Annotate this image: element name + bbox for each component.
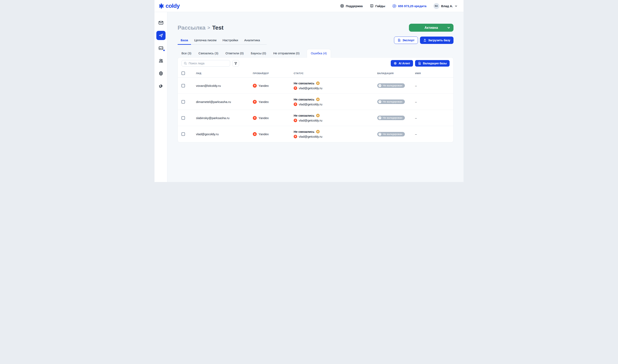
leads-toolbar: AI Агент Валидация базы	[178, 58, 453, 69]
status-provider-letter: Я	[295, 103, 296, 105]
name-value: –	[415, 100, 450, 104]
error-x-icon	[316, 130, 320, 133]
campaign-status-button[interactable]: Активна	[409, 24, 453, 32]
export-label: Экспорт	[402, 39, 414, 42]
search-input[interactable]	[189, 62, 228, 65]
credits-balance[interactable]: 655 973,25 кредита	[392, 4, 426, 8]
sidebar-item-mail[interactable]	[156, 18, 166, 27]
validation-label: Не валидирован	[383, 117, 402, 119]
validation-badge: ? Не валидирован	[377, 100, 405, 104]
top-header: coldy Поддержка	[155, 0, 463, 12]
envelope-icon	[158, 20, 164, 26]
lead-email: dimametel@parksasha.ru	[196, 100, 253, 104]
column-header-name: ИМЯ	[415, 72, 450, 75]
table-body: vovan@lolcoldy.ru Я Yandex Не связались …	[178, 78, 453, 142]
tab-settings[interactable]: Настройки	[220, 37, 241, 44]
campaign-tabs: База Цепочка писем Настройки Аналитика	[178, 37, 267, 45]
notification-dot	[163, 49, 165, 52]
people-icon	[158, 58, 164, 64]
document-search-icon	[418, 62, 421, 65]
validate-base-label: Валидация базы	[423, 62, 447, 65]
guides-menu-item[interactable]: Гайды	[370, 4, 385, 8]
question-icon: ?	[379, 84, 381, 87]
breadcrumb: Рассылка > Test	[178, 25, 224, 31]
paper-plane-icon	[158, 33, 163, 38]
user-menu[interactable]: ВА Влад А.	[434, 3, 457, 9]
page-title: Test	[212, 25, 224, 31]
support-menu-item[interactable]: Поддержка	[340, 4, 363, 8]
status-label: Не связались	[294, 98, 314, 101]
sidebar-item-contacts[interactable]	[156, 56, 166, 65]
provider-letter: Я	[254, 101, 256, 103]
error-x-icon	[316, 114, 320, 117]
column-header-lead: ЛИД	[196, 72, 253, 75]
validation-label: Не валидирован	[383, 133, 402, 136]
validate-base-button[interactable]: Валидация базы	[415, 60, 450, 66]
sidebar-item-settings[interactable]	[156, 69, 166, 78]
filter-button[interactable]	[232, 60, 239, 66]
subtab-contacted[interactable]: Связались (3)	[198, 52, 218, 57]
row-checkbox[interactable]	[182, 132, 185, 136]
validation-label: Не валидирован	[383, 100, 402, 103]
question-icon: ?	[379, 133, 381, 136]
gear-icon	[158, 71, 164, 76]
credits-label: 655 973,25 кредита	[398, 4, 426, 8]
yandex-icon: Я	[253, 100, 257, 104]
status-email: vlad@getcoldy.ru	[299, 135, 322, 138]
sidebar-item-announcements[interactable]	[156, 81, 166, 91]
breadcrumb-parent[interactable]: Рассылка	[178, 25, 205, 31]
subtab-all[interactable]: Все (3)	[182, 52, 191, 57]
status-cell: Не связались Я vlad@getcoldy.ru	[294, 114, 377, 122]
sidebar-item-campaigns[interactable]	[156, 31, 166, 40]
tab-base[interactable]: База	[178, 37, 191, 44]
provider-letter: Я	[254, 117, 256, 119]
export-button[interactable]: Экспорт	[394, 37, 418, 44]
subtab-replied[interactable]: Ответили (0)	[225, 52, 244, 57]
error-x-icon	[316, 98, 320, 101]
search-icon	[184, 62, 187, 65]
table-row[interactable]: vlad@gocoldy.ru Я Yandex Не связались Я …	[178, 126, 453, 142]
main-content: Рассылка > Test Активна База Цепочка пис…	[167, 12, 463, 182]
tab-sequence[interactable]: Цепочка писем	[191, 37, 220, 44]
funnel-icon	[234, 62, 237, 65]
name-value: –	[415, 132, 450, 136]
chip-icon	[394, 62, 397, 65]
status-provider-letter: Я	[295, 87, 296, 89]
status-email: vlad@getcoldy.ru	[299, 103, 322, 106]
ai-agent-label: AI Агент	[398, 62, 410, 65]
status-provider-letter: Я	[295, 119, 296, 121]
provider-label: Yandex	[259, 100, 269, 104]
user-name: Влад А.	[441, 4, 453, 8]
status-cell: Не связались Я vlad@getcoldy.ru	[294, 98, 377, 106]
status-label: Не связались	[294, 114, 314, 117]
support-label: Поддержка	[346, 4, 363, 8]
provider-letter: Я	[254, 84, 256, 87]
subtab-bounces[interactable]: Баунсы (0)	[251, 52, 266, 57]
validation-badge: ? Не валидирован	[377, 116, 405, 120]
ai-agent-button[interactable]: AI Агент	[391, 60, 413, 66]
yandex-icon: Я	[253, 116, 257, 120]
leads-panel: AI Агент Валидация базы ЛИД ПРОВАЙДЕР СТ…	[178, 57, 453, 142]
provider-label: Yandex	[259, 116, 269, 120]
name-value: –	[415, 116, 450, 120]
yandex-icon: Я	[253, 132, 257, 136]
tab-analytics[interactable]: Аналитика	[241, 37, 263, 44]
search-input-wrapper	[182, 60, 230, 66]
guides-label: Гайды	[375, 4, 385, 8]
row-checkbox[interactable]	[182, 84, 185, 87]
row-checkbox[interactable]	[182, 100, 185, 104]
lead-filter-tabs: Все (3) Связались (3) Ответили (0) Баунс…	[178, 49, 453, 57]
table-row[interactable]: dimametel@parksasha.ru Я Yandex Не связа…	[178, 94, 453, 110]
subtab-not-sending[interactable]: Не отправляем (0)	[273, 52, 300, 57]
row-checkbox[interactable]	[182, 116, 185, 120]
table-row[interactable]: slabinsky@parksasha.ru Я Yandex Не связа…	[178, 110, 453, 126]
sidebar-nav	[155, 12, 167, 182]
sidebar-item-inbox[interactable]	[156, 43, 166, 53]
status-email: vlad@getcoldy.ru	[299, 86, 322, 90]
yandex-icon: Я	[294, 103, 297, 106]
brand-logo[interactable]: coldy	[158, 3, 180, 9]
upload-base-button[interactable]: Загрузить базу	[420, 37, 453, 44]
table-row[interactable]: vovan@lolcoldy.ru Я Yandex Не связались …	[178, 78, 453, 94]
subtab-error[interactable]: Ошибка (4)	[307, 49, 331, 58]
select-all-checkbox[interactable]	[182, 71, 185, 75]
